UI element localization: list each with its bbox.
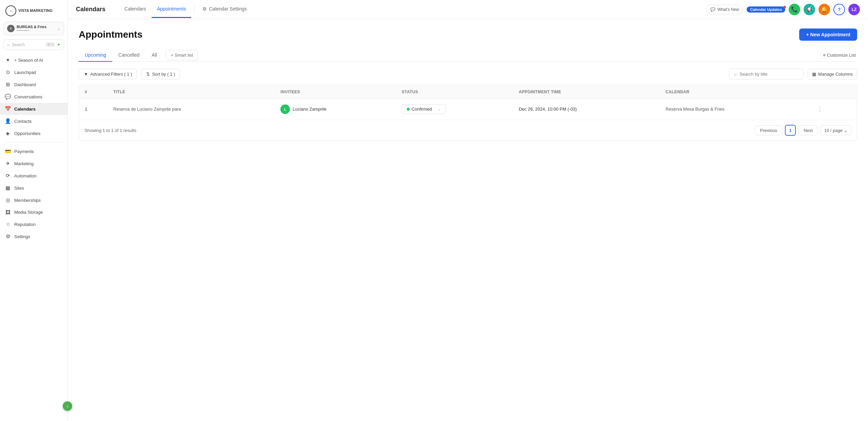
bell-button[interactable]: 🔔 xyxy=(818,4,830,15)
sidebar-item-opportunities[interactable]: ◈Opportunities xyxy=(0,127,67,139)
calendars-icon: 📅 xyxy=(5,106,11,112)
sidebar-item-label: + Season of AI xyxy=(14,58,43,63)
sub-tabs-row: Upcoming Cancelled All + Smart list ≡ Cu… xyxy=(79,49,857,62)
sidebar-item-label: Payments xyxy=(14,149,34,154)
table-body: 1 Reserva de Luciano Zamprile para L Luc… xyxy=(79,99,857,120)
sidebar-item-marketing[interactable]: ✈Marketing xyxy=(0,157,67,170)
sidebar-item-label: Calendars xyxy=(14,107,36,112)
col-title: Title xyxy=(108,85,275,99)
search-by-title-input[interactable]: ⌕ xyxy=(729,69,804,79)
chat-icon: 💬 xyxy=(710,7,715,12)
table-row: 1 Reserva de Luciano Zamprile para L Luc… xyxy=(79,99,857,120)
account-selector[interactable]: B BURGAS & Fries •••••••••••• ⌄ xyxy=(3,22,64,35)
previous-button[interactable]: Previous xyxy=(755,126,782,135)
tab-calendar-settings[interactable]: ⚙ Calendar Settings xyxy=(197,1,252,18)
sidebar-item-season-of-ai[interactable]: ✦+ Season of AI xyxy=(0,54,67,66)
showing-text: Showing 1 to 1 of 1 results xyxy=(84,128,136,133)
customize-list-button[interactable]: ≡ Customize List xyxy=(822,49,857,61)
help-button[interactable]: ? xyxy=(833,4,845,15)
new-appointment-button[interactable]: + New Appointment xyxy=(799,28,857,41)
cell-status[interactable]: Confirmed ⌄ xyxy=(396,99,513,120)
sidebar-item-label: Media Storage xyxy=(14,210,43,215)
collapse-sidebar-button[interactable]: ‹ xyxy=(63,401,72,411)
sidebar-item-label: Launchpad xyxy=(14,70,36,75)
megaphone-button[interactable]: 📢 xyxy=(804,4,815,15)
cell-time: Dec 26, 2024, 10:00 PM (-03) xyxy=(513,99,660,120)
logo-text: VISTA MARKETING xyxy=(18,8,53,13)
search-placeholder: Search xyxy=(12,42,44,47)
status-dot xyxy=(407,108,410,111)
sparkle-icon: ✦ xyxy=(57,42,60,47)
sort-button[interactable]: ⇅ Sort by ( 1 ) xyxy=(141,69,180,79)
whats-new-button[interactable]: 💬 What's New xyxy=(706,5,744,14)
search-icon: ⌕ xyxy=(734,71,737,77)
page-title: Appointments xyxy=(79,29,142,40)
settings-icon: ⚙ xyxy=(5,233,11,240)
sidebar-item-label: Sites xyxy=(14,186,24,191)
sidebar-item-memberships[interactable]: ◎Memberships xyxy=(0,194,67,206)
col-time: Appointment Time xyxy=(513,85,660,99)
current-page[interactable]: 1 xyxy=(785,125,796,136)
launchpad-icon: ⊙ xyxy=(5,69,11,75)
manage-columns-button[interactable]: ▦ Manage Columns xyxy=(808,69,857,79)
tab-appointments[interactable]: Appointments xyxy=(152,1,192,18)
sidebar-item-settings[interactable]: ⚙Settings xyxy=(0,230,67,243)
toolbar: ▼ Advanced Filters ( 1 ) ⇅ Sort by ( 1 )… xyxy=(79,69,857,79)
sidebar-item-label: Automation xyxy=(14,173,37,178)
user-avatar-button[interactable]: LZ xyxy=(848,4,860,15)
status-badge[interactable]: Confirmed ⌄ xyxy=(402,104,446,114)
invitee-name: Luciano Zamprile xyxy=(293,107,327,112)
columns-icon: ▦ xyxy=(812,72,816,77)
topnav-section-title: Calendars xyxy=(76,6,114,13)
sidebar-item-contacts[interactable]: 👤Contacts xyxy=(0,115,67,127)
tab-cancelled[interactable]: Cancelled xyxy=(112,49,145,62)
season-of-ai-icon: ✦ xyxy=(5,57,11,63)
sort-icon: ⇅ xyxy=(146,72,150,77)
col-status: Status xyxy=(396,85,513,99)
opportunities-icon: ◈ xyxy=(5,130,11,136)
sidebar-item-label: Conversations xyxy=(14,94,42,99)
sidebar-item-label: Marketing xyxy=(14,161,34,166)
tab-upcoming[interactable]: Upcoming xyxy=(79,49,112,62)
sidebar-item-dashboard[interactable]: ⊞Dashboard xyxy=(0,78,67,91)
account-info: B BURGAS & Fries •••••••••••• xyxy=(7,25,46,32)
per-page-select[interactable]: 10 / page ⌄ xyxy=(821,126,851,135)
sidebar-item-media-storage[interactable]: 🖼Media Storage xyxy=(0,206,67,218)
next-button[interactable]: Next xyxy=(798,126,818,135)
tab-all[interactable]: All xyxy=(145,49,163,62)
chevron-down-icon: ⌄ xyxy=(57,26,60,31)
search-title-field[interactable] xyxy=(739,72,798,77)
cell-title: Reserva de Luciano Zamprile para xyxy=(108,99,275,120)
tab-calendars[interactable]: Calendars xyxy=(119,1,152,18)
sidebar-item-label: Settings xyxy=(14,234,30,239)
sidebar-item-conversations[interactable]: 💬Conversations xyxy=(0,91,67,103)
sidebar-item-launchpad[interactable]: ⊙Launchpad xyxy=(0,66,67,78)
smart-list-button[interactable]: + Smart list xyxy=(166,50,198,60)
phone-button[interactable]: 📞 xyxy=(789,4,800,15)
col-calendar: Calendar xyxy=(660,85,809,99)
sidebar-item-calendars[interactable]: 📅Calendars xyxy=(0,103,67,115)
search-box[interactable]: ⌕ Search ⌘ K ✦ xyxy=(3,39,64,50)
logo-area: ○ VISTA MARKETING xyxy=(0,0,67,20)
conversations-icon: 💬 xyxy=(5,94,11,100)
sidebar-item-sites[interactable]: ▦Sites xyxy=(0,182,67,194)
gear-icon: ⚙ xyxy=(202,6,207,12)
sidebar-item-reputation[interactable]: ☆Reputation xyxy=(0,218,67,230)
search-shortcut: ⌘ K xyxy=(46,42,55,47)
chevron-down-icon: ⌄ xyxy=(844,128,848,133)
row-actions-button[interactable]: ⋮ xyxy=(814,104,826,114)
cell-actions[interactable]: ⋮ xyxy=(809,99,857,120)
topnav-divider xyxy=(194,5,194,14)
sidebar-item-payments[interactable]: 💳Payments xyxy=(0,145,67,157)
notification-dot xyxy=(783,6,786,8)
sidebar-item-label: Memberships xyxy=(14,198,41,203)
pagination-controls: Previous 1 Next 10 / page ⌄ xyxy=(755,125,851,136)
calendar-updates-badge[interactable]: Calendar Updates xyxy=(747,6,785,13)
sidebar-item-automation[interactable]: ⟳Automation xyxy=(0,170,67,182)
sidebar-item-label: Opportunities xyxy=(14,131,40,136)
main-area: Calendars Calendars Appointments ⚙ Calen… xyxy=(68,0,868,421)
advanced-filters-button[interactable]: ▼ Advanced Filters ( 1 ) xyxy=(79,69,137,79)
account-sub: •••••••••••• xyxy=(17,29,46,32)
table-header: # Title Invitees Status Appointment Time… xyxy=(79,85,857,99)
cell-calendar: Reserva Mesa Burgas & Fries xyxy=(660,99,809,120)
